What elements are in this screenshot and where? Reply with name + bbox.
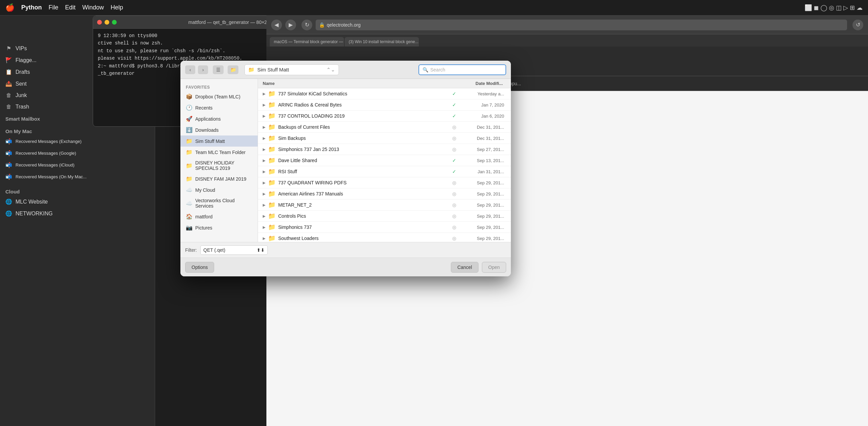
- menu-python[interactable]: Python: [21, 4, 42, 11]
- browser-tabs: macOS — Terminal block generator — QElec…: [266, 34, 868, 47]
- sidebar-item-disney-holiday[interactable]: 📁 DISNEY HOLIDAY SPECIALS 2019: [180, 158, 258, 173]
- folder-icon-row-5: 📁: [268, 134, 276, 142]
- location-name: Sim Stuff Matt: [257, 67, 289, 72]
- sidebar-item-vectorworks[interactable]: ☁️ Vectorworks Cloud Services: [180, 195, 258, 211]
- terminal-minimize-btn[interactable]: [105, 20, 109, 25]
- folder-icon-row-14: 📁: [268, 235, 276, 242]
- sidebar-item-mattford[interactable]: 🏠 mattford: [180, 211, 258, 222]
- sidebar-item-applications[interactable]: 🚀 Applications: [180, 113, 258, 124]
- file-row-arinc[interactable]: ▶ 📁 ARINC Radios & Cereal Bytes ✓ Jan 7,…: [258, 99, 511, 111]
- folder-icon-sim: 📁: [186, 138, 193, 144]
- row-chevron-10: ▶: [263, 192, 268, 196]
- sidebar-item-my-cloud[interactable]: ☁️ My Cloud: [180, 184, 258, 195]
- address-bar[interactable]: 🔒 qelectrotech.org: [316, 20, 847, 30]
- mailbox-icon-2: 📬: [5, 150, 12, 156]
- file-row-metar[interactable]: ▶ 📁 METAR_NET_2 ◎ Sep 29, 201...: [258, 200, 511, 211]
- dialog-footer: Options Cancel Open: [180, 257, 511, 276]
- dialog-list-header: Name Date Modifi...: [258, 79, 511, 88]
- lock-icon: 🔒: [319, 22, 325, 28]
- row-chevron-7: ▶: [263, 158, 268, 163]
- options-button[interactable]: Options: [185, 262, 214, 273]
- row-chevron-14: ▶: [263, 236, 268, 241]
- row-chevron-13: ▶: [263, 225, 268, 230]
- row-chevron-12: ▶: [263, 214, 268, 218]
- sent-icon: 📤: [5, 81, 12, 87]
- search-icon: 🔍: [423, 67, 428, 72]
- browser-back-btn[interactable]: ◀: [271, 20, 282, 30]
- file-row-simphonics[interactable]: ▶ 📁 Simphonics 737 Jan 25 2013 ◎ Sep 27,…: [258, 144, 511, 155]
- mailbox-icon-4: 📬: [5, 174, 12, 180]
- status-icon-6: ◎: [452, 147, 456, 152]
- cloud-header: Cloud: [0, 185, 155, 196]
- menu-window[interactable]: Window: [82, 4, 104, 11]
- browser-reload-btn[interactable]: ↺: [852, 20, 863, 30]
- file-row-737-simulator[interactable]: ▶ 📁 737 Simulator KiCad Schematics ✓ Yes…: [258, 88, 511, 99]
- menu-help[interactable]: Help: [111, 4, 123, 11]
- file-row-simphonics-737[interactable]: ▶ 📁 Simphonics 737 ◎ Sep 29, 201...: [258, 222, 511, 233]
- browser-toolbar: ◀ ▶ ↻ 🔒 qelectrotech.org ↺: [266, 16, 868, 34]
- dialog-forward-btn[interactable]: ›: [198, 65, 208, 74]
- browser-refresh-btn[interactable]: ↻: [301, 20, 312, 30]
- location-folder-icon: 📁: [248, 67, 255, 73]
- dialog-file-list: Name Date Modifi... ▶ 📁 737 Simulator Ki…: [258, 79, 511, 242]
- email-recovered-google[interactable]: 📬 Recovered Messages (Google): [0, 147, 155, 159]
- trash-icon: 🗑: [5, 104, 12, 110]
- email-recovered-exchange[interactable]: 📬 Recovered Messages (Exchange): [0, 135, 155, 147]
- row-chevron-4: ▶: [263, 125, 268, 129]
- terminal-maximize-btn[interactable]: [112, 20, 117, 25]
- sidebar-item-recents[interactable]: 🕐 Recents: [180, 102, 258, 113]
- dialog-sidebar: Favorites 📦 Dropbox (Team MLC) 🕐 Recents…: [180, 79, 258, 242]
- sidebar-item-dropbox[interactable]: 📦 Dropbox (Team MLC): [180, 91, 258, 102]
- sidebar-item-sim-stuff-matt[interactable]: 📁 Sim Stuff Matt: [180, 135, 258, 147]
- file-row-southwest[interactable]: ▶ 📁 Southwest Loaders ◎ Sep 29, 201...: [258, 233, 511, 242]
- open-button[interactable]: Open: [482, 262, 506, 273]
- file-row-backups[interactable]: ▶ 📁 Backups of Current Files ◎ Dec 31, 2…: [258, 122, 511, 133]
- status-icon-11: ◎: [452, 202, 456, 208]
- sidebar-item-disney-fam[interactable]: 📁 DISNEY FAM JAM 2019: [180, 173, 258, 184]
- flag-icon: 🚩: [5, 57, 12, 63]
- dialog-back-btn[interactable]: ‹: [185, 65, 195, 74]
- globe-icon-2: 🌐: [5, 210, 12, 217]
- status-icon-14: ◎: [452, 236, 456, 241]
- dialog-new-folder-btn[interactable]: 📁: [228, 65, 238, 74]
- file-row-american-airlines[interactable]: ▶ 📁 American Airlines 737 Manuals ◎ Sep …: [258, 188, 511, 200]
- downloads-icon: ⬇️: [186, 127, 193, 133]
- email-recovered-icloud[interactable]: 📬 Recovered Messages (iCloud): [0, 159, 155, 171]
- star-icon: ⚑: [5, 45, 12, 52]
- terminal-close-btn[interactable]: [97, 20, 102, 25]
- email-mlc-website[interactable]: 🌐 MLC Website: [0, 196, 155, 208]
- folder-icon-row-1: 📁: [268, 90, 276, 97]
- home-icon: 🏠: [186, 213, 193, 220]
- mailbox-icon-3: 📬: [5, 162, 12, 168]
- cancel-button[interactable]: Cancel: [451, 262, 479, 273]
- menubar: 🍎 Python File Edit Window Help ⬜ ◼ ◯ ◎ ◫…: [0, 0, 868, 16]
- sidebar-item-downloads[interactable]: ⬇️ Downloads: [180, 124, 258, 135]
- folder-icon-row-8: 📁: [268, 168, 276, 175]
- folder-icon-row-3: 📁: [268, 112, 276, 120]
- file-row-737-quadrant[interactable]: ▶ 📁 737 QUADRANT WIRING PDFS ◎ Sep 29, 2…: [258, 177, 511, 188]
- sidebar-favorites-header: Favorites: [180, 82, 258, 91]
- folder-icon-disney1: 📁: [186, 162, 193, 169]
- browser-forward-btn[interactable]: ▶: [285, 20, 296, 30]
- menu-file[interactable]: File: [49, 4, 58, 11]
- browser-tab-1[interactable]: macOS — Terminal block generator — QElec…: [270, 37, 344, 47]
- dialog-search[interactable]: 🔍 Search: [418, 64, 506, 75]
- menu-edit[interactable]: Edit: [65, 4, 76, 11]
- file-row-rsi[interactable]: ▶ 📁 RSI Stuff ✓ Jan 31, 201...: [258, 166, 511, 177]
- email-networking[interactable]: 🌐 NETWORKING: [0, 208, 155, 219]
- pictures-icon: 📷: [186, 224, 193, 231]
- file-row-dave-little[interactable]: ▶ 📁 Dave Little Shared ✓ Sep 13, 201...: [258, 155, 511, 166]
- file-row-controls-pics[interactable]: ▶ 📁 Controls Pics ◎ Sep 29, 201...: [258, 211, 511, 222]
- folder-icon-row-6: 📁: [268, 146, 276, 153]
- file-row-737-control[interactable]: ▶ 📁 737 CONTROL LOADING 2019 ✓ Jan 6, 20…: [258, 111, 511, 122]
- dialog-list-view-btn[interactable]: ☰: [213, 65, 224, 74]
- email-recovered-onmymac[interactable]: 📬 Recovered Messages (On My Mac...: [0, 171, 155, 183]
- apple-icon[interactable]: 🍎: [5, 3, 15, 12]
- sidebar-item-team-mlc[interactable]: 📁 Team MLC Team Folder: [180, 147, 258, 158]
- dialog-location[interactable]: 📁 Sim Stuff Matt ⌃⌄: [244, 64, 339, 75]
- sidebar-item-pictures[interactable]: 📷 Pictures: [180, 222, 258, 233]
- filter-select[interactable]: QET (.qet) ⬆⬇: [200, 245, 268, 255]
- browser-tab-2[interactable]: (3) Win 10 install terminal block gene..…: [345, 37, 419, 47]
- status-icon-9: ◎: [452, 180, 456, 185]
- file-row-sim-backups[interactable]: ▶ 📁 Sim Backups ◎ Dec 31, 201...: [258, 133, 511, 144]
